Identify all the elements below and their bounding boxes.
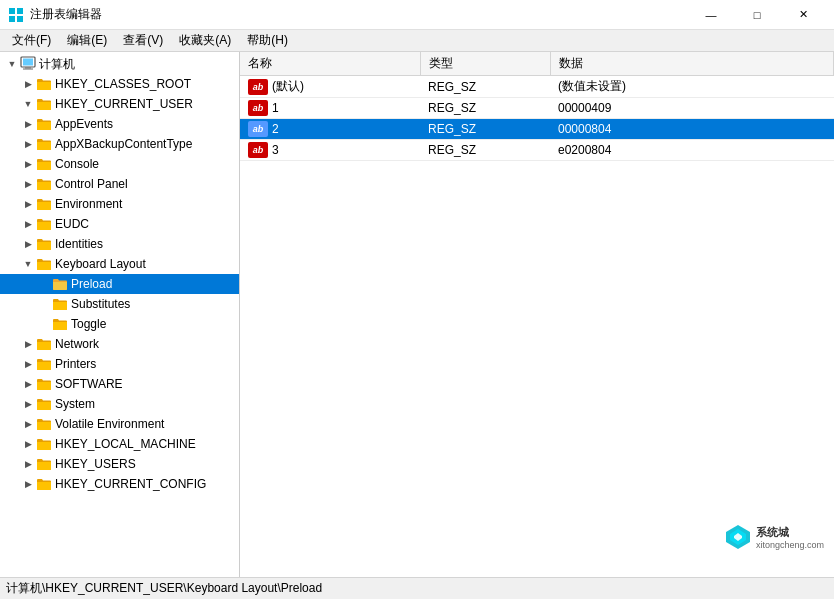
menu-bar: 文件(F) 编辑(E) 查看(V) 收藏夹(A) 帮助(H): [0, 30, 834, 52]
toggle-software: ▶: [20, 376, 36, 392]
toggle-preload: [36, 276, 52, 292]
system-label: System: [55, 397, 95, 411]
table-row[interactable]: ab 2 REG_SZ 00000804: [240, 119, 834, 140]
folder-icon-preload: [52, 277, 68, 292]
cell-type-2: REG_SZ: [420, 119, 550, 140]
folder-icon-software: [36, 377, 52, 392]
close-button[interactable]: ✕: [780, 0, 826, 30]
svg-rect-5: [23, 58, 33, 65]
tree-item-appevents[interactable]: ▶ AppEvents: [0, 114, 239, 134]
eudc-label: EUDC: [55, 217, 89, 231]
substitutes-label: Substitutes: [71, 297, 130, 311]
computer-label: 计算机: [39, 56, 75, 73]
menu-view[interactable]: 查看(V): [115, 30, 171, 51]
svg-rect-3: [17, 16, 23, 22]
cell-data-default: (数值未设置): [550, 76, 834, 98]
tree-item-hkcc[interactable]: ▶ HKEY_CURRENT_CONFIG: [0, 474, 239, 494]
cell-data-1: 00000409: [550, 98, 834, 119]
folder-icon-appxbackup: [36, 137, 52, 152]
tree-item-network[interactable]: ▶ Network: [0, 334, 239, 354]
table-row[interactable]: ab (默认) REG_SZ (数值未设置): [240, 76, 834, 98]
maximize-button[interactable]: □: [734, 0, 780, 30]
cell-name-3: ab 3: [240, 140, 420, 161]
toggle-computer: ▼: [4, 56, 20, 72]
hkcu-label: HKEY_CURRENT_USER: [55, 97, 193, 111]
volatile-label: Volatile Environment: [55, 417, 164, 431]
folder-icon-environment: [36, 197, 52, 212]
folder-icon-eudc: [36, 217, 52, 232]
folder-icon-network: [36, 337, 52, 352]
controlpanel-label: Control Panel: [55, 177, 128, 191]
hklm-label: HKEY_LOCAL_MACHINE: [55, 437, 196, 451]
tree-item-printers[interactable]: ▶ Printers: [0, 354, 239, 374]
tree-item-preload[interactable]: Preload: [0, 274, 239, 294]
tree-item-volatile[interactable]: ▶ Volatile Environment: [0, 414, 239, 434]
menu-help[interactable]: 帮助(H): [239, 30, 296, 51]
tree-item-eudc[interactable]: ▶ EUDC: [0, 214, 239, 234]
svg-rect-2: [9, 16, 15, 22]
menu-file[interactable]: 文件(F): [4, 30, 59, 51]
folder-icon-controlpanel: [36, 177, 52, 192]
folder-icon-volatile: [36, 417, 52, 432]
svg-rect-7: [23, 68, 33, 69]
watermark: 系统城 xitongcheng.com: [718, 521, 830, 553]
hkcr-label: HKEY_CLASSES_ROOT: [55, 77, 191, 91]
console-label: Console: [55, 157, 99, 171]
tree-item-console[interactable]: ▶ Console: [0, 154, 239, 174]
value-name-2: 2: [272, 122, 279, 136]
registry-values-panel: 名称 类型 数据 ab (默认) REG_SZ: [240, 52, 834, 577]
toggle-appxbackup: ▶: [20, 136, 36, 152]
folder-icon-hku: [36, 457, 52, 472]
toggle-volatile: ▶: [20, 416, 36, 432]
tree-item-identities[interactable]: ▶ Identities: [0, 234, 239, 254]
printers-label: Printers: [55, 357, 96, 371]
title-bar: 注册表编辑器 — □ ✕: [0, 0, 834, 30]
value-name-default: (默认): [272, 78, 304, 95]
toggle-hklm: ▶: [20, 436, 36, 452]
software-label: SOFTWARE: [55, 377, 123, 391]
folder-icon-printers: [36, 357, 52, 372]
toggle-eudc: ▶: [20, 216, 36, 232]
tree-item-controlpanel[interactable]: ▶ Control Panel: [0, 174, 239, 194]
cell-type-1: REG_SZ: [420, 98, 550, 119]
tree-item-hku[interactable]: ▶ HKEY_USERS: [0, 454, 239, 474]
watermark-logo-icon: [724, 523, 752, 551]
svg-rect-0: [9, 8, 15, 14]
window-controls: — □ ✕: [688, 0, 826, 30]
appevents-label: AppEvents: [55, 117, 113, 131]
tree-item-environment[interactable]: ▶ Environment: [0, 194, 239, 214]
tree-item-hklm[interactable]: ▶ HKEY_LOCAL_MACHINE: [0, 434, 239, 454]
ab-icon-3: ab: [248, 142, 268, 158]
folder-icon-system: [36, 397, 52, 412]
tree-item-hkcr[interactable]: ▶ HKEY_CLASSES_ROOT: [0, 74, 239, 94]
tree-item-appxbackup[interactable]: ▶ AppXBackupContentType: [0, 134, 239, 154]
col-name: 名称: [240, 52, 420, 76]
computer-icon: [20, 56, 36, 73]
tree-item-toggle[interactable]: Toggle: [0, 314, 239, 334]
table-row[interactable]: ab 1 REG_SZ 00000409: [240, 98, 834, 119]
toggle-toggle: [36, 316, 52, 332]
registry-tree[interactable]: ▼ 计算机 ▶ HKEY_CLASSES_ROOT ▼: [0, 52, 240, 577]
app-icon: [8, 7, 24, 23]
tree-item-software[interactable]: ▶ SOFTWARE: [0, 374, 239, 394]
ab-icon-2: ab: [248, 121, 268, 137]
cell-data-2: 00000804: [550, 119, 834, 140]
value-name-3: 3: [272, 143, 279, 157]
watermark-text-block: 系统城 xitongcheng.com: [756, 525, 824, 550]
toggle-substitutes: [36, 296, 52, 312]
tree-item-keyboardlayout[interactable]: ▼ Keyboard Layout: [0, 254, 239, 274]
toggle-console: ▶: [20, 156, 36, 172]
svg-rect-6: [25, 67, 31, 69]
tree-item-substitutes[interactable]: Substitutes: [0, 294, 239, 314]
tree-item-hkcu[interactable]: ▼ HKEY_CURRENT_USER: [0, 94, 239, 114]
tree-item-system[interactable]: ▶ System: [0, 394, 239, 414]
folder-icon-hklm: [36, 437, 52, 452]
tree-item-computer[interactable]: ▼ 计算机: [0, 54, 239, 74]
folder-icon-identities: [36, 237, 52, 252]
menu-favorites[interactable]: 收藏夹(A): [171, 30, 239, 51]
table-header-row: 名称 类型 数据: [240, 52, 834, 76]
minimize-button[interactable]: —: [688, 0, 734, 30]
status-bar: 计算机\HKEY_CURRENT_USER\Keyboard Layout\Pr…: [0, 577, 834, 599]
table-row[interactable]: ab 3 REG_SZ e0200804: [240, 140, 834, 161]
menu-edit[interactable]: 编辑(E): [59, 30, 115, 51]
